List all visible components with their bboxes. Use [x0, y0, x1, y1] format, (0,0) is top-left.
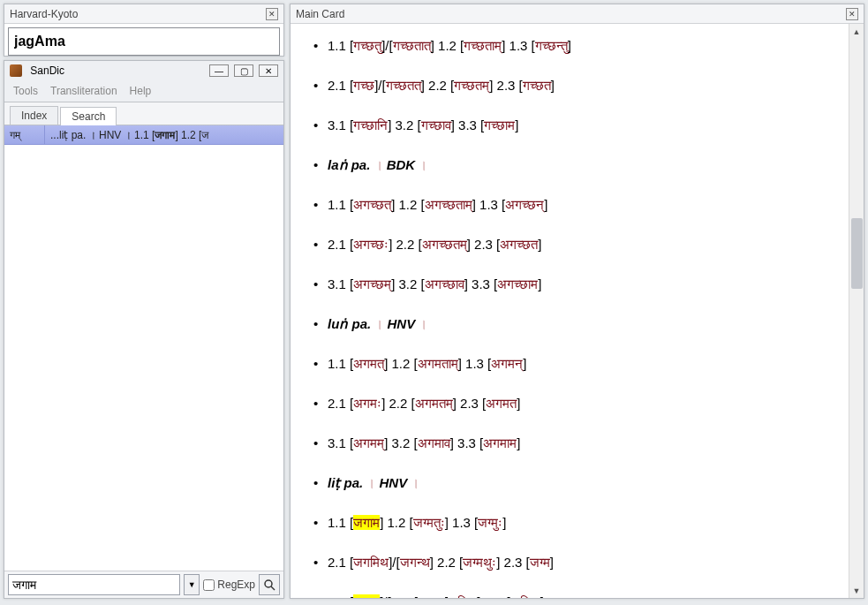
- form-index: ] 1.3 [: [472, 197, 506, 212]
- maincard-titlebar: Main Card ✕: [291, 4, 864, 24]
- dropdown-icon[interactable]: ▼: [184, 574, 200, 595]
- form-index: ]/[: [380, 594, 391, 598]
- tabs: Index Search: [4, 102, 283, 125]
- form-index: ] 3.2 [: [384, 435, 418, 450]
- sanskrit-form: अगमः: [353, 396, 381, 411]
- sanskrit-form: जग्मथुः: [463, 555, 496, 570]
- grammar-label: liṭ pa.: [328, 475, 363, 490]
- form-index: 1.1 [: [328, 356, 353, 371]
- scroll-up-icon[interactable]: ▲: [849, 24, 864, 39]
- sanskrit-form: अगच्छताम्: [425, 197, 472, 212]
- entry-content: luṅ pa. । HNV ।: [328, 314, 826, 333]
- form-index: ]: [517, 435, 520, 450]
- sanskrit-form: गच्छतात्: [393, 38, 431, 53]
- close-icon[interactable]: ✕: [846, 8, 858, 20]
- form-index: 2.1 [: [328, 78, 353, 93]
- tab-search[interactable]: Search: [60, 107, 117, 125]
- source-code: BDK: [387, 157, 416, 172]
- entry-line: •2.1 [अगच्छः] 2.2 [अगच्छतम्] 2.3 [अगच्छत…: [313, 235, 826, 253]
- entry-content: 1.1 [गच्छतु]/[गच्छतात्] 1.2 [गच्छताम्] 1…: [328, 36, 826, 55]
- sanskrit-form: गच्छताम्: [464, 38, 502, 53]
- form-index: ]: [502, 515, 506, 530]
- separator: ।: [407, 475, 419, 490]
- bullet-icon: •: [313, 314, 328, 333]
- main-card-panel: Main Card ✕ •1.1 [गच्छतु]/[गच्छतात्] 1.2…: [290, 4, 864, 599]
- bullet-icon: •: [313, 593, 328, 598]
- menu-help[interactable]: Help: [130, 85, 152, 97]
- sanskrit-form: जगाम: [353, 515, 380, 530]
- form-index: ]: [544, 197, 547, 212]
- sanskrit-form: अगमाम: [483, 435, 517, 450]
- entry-line: •laṅ pa. । BDK ।: [313, 155, 826, 174]
- entry-line: •3.1 [जगाम]/[जगम] 3.2 [जग्मिव] 3.3 [जग्म…: [313, 593, 826, 598]
- bullet-icon: •: [313, 36, 328, 55]
- form-index: ] 2.2 [: [430, 555, 464, 570]
- search-input[interactable]: [8, 574, 180, 595]
- sanskrit-form: अगमम्: [353, 435, 384, 450]
- search-button[interactable]: [259, 574, 280, 595]
- entry-content: 2.1 [जगमिथ]/[जगन्थ] 2.2 [जग्मथुः] 2.3 [ज…: [328, 553, 826, 571]
- maincard-title: Main Card: [296, 8, 344, 20]
- sanskrit-form: गच्छतत्: [386, 78, 421, 93]
- scroll-down-icon[interactable]: ▼: [849, 583, 864, 598]
- form-index: ]: [517, 396, 520, 411]
- form-index: ] 1.2 [: [391, 197, 425, 212]
- entry-content: 2.1 [अगच्छः] 2.2 [अगच्छतम्] 2.3 [अगच्छत]: [328, 235, 826, 253]
- maximize-icon[interactable]: ▢: [234, 64, 253, 77]
- minimize-icon[interactable]: —: [209, 64, 229, 77]
- form-index: ] 2.3 [: [453, 396, 487, 411]
- sanskrit-form: जग्म: [530, 555, 550, 570]
- form-index: 2.1 [: [328, 396, 353, 411]
- sanskrit-form: जग्मिम: [510, 594, 540, 598]
- bullet-icon: •: [313, 76, 328, 95]
- search-icon: [263, 579, 275, 591]
- sanskrit-form: जग्मतुः: [413, 515, 445, 530]
- sanskrit-form: जगमिथ: [353, 555, 389, 570]
- result-col2: ...liṭ pa. । HNV । 1.1 [जगाम] 1.2 [ज: [45, 129, 283, 141]
- sandic-title-text: SanDic: [30, 64, 64, 77]
- scroll-thumb[interactable]: [851, 218, 863, 289]
- sandic-title: SanDic: [10, 64, 64, 78]
- form-index: ] 2.2 [: [421, 78, 455, 93]
- menu-transliteration[interactable]: Transliteration: [50, 85, 117, 97]
- bullet-icon: •: [313, 235, 328, 253]
- maincard-body: •1.1 [गच्छतु]/[गच्छतात्] 1.2 [गच्छताम्] …: [291, 24, 849, 598]
- close-icon[interactable]: ✕: [266, 8, 278, 20]
- menu-tools[interactable]: Tools: [13, 85, 38, 97]
- separator: ।: [363, 475, 379, 490]
- close-icon[interactable]: ✕: [259, 64, 278, 77]
- form-index: ] 3.2 [: [388, 117, 421, 132]
- regexp-toggle[interactable]: RegExp: [203, 579, 255, 591]
- sanskrit-form: जग्मुः: [478, 515, 502, 530]
- form-index: 3.1 [: [328, 276, 353, 291]
- svg-point-0: [265, 580, 272, 587]
- entry-line: •2.1 [जगमिथ]/[जगन्थ] 2.2 [जग्मथुः] 2.3 […: [313, 553, 826, 571]
- entry-content: 2.1 [अगमः] 2.2 [अगमतम्] 2.3 [अगमत]: [328, 394, 826, 412]
- svg-line-1: [271, 586, 275, 590]
- tab-index[interactable]: Index: [10, 106, 58, 125]
- sanskrit-form: अगमाव: [418, 435, 450, 450]
- entry-content: 1.1 [जगाम] 1.2 [जग्मतुः] 1.3 [जग्मुः]: [328, 513, 826, 532]
- sanskrit-form: अगमताम्: [418, 356, 458, 371]
- sanskrit-form: अगच्छः: [353, 237, 389, 252]
- entry-content: 3.1 [जगाम]/[जगम] 3.2 [जग्मिव] 3.3 [जग्मि…: [328, 593, 826, 598]
- form-index: ]: [551, 78, 555, 93]
- sanskrit-form: अगमतम्: [415, 396, 453, 411]
- sanskrit-form: अगच्छत: [500, 237, 538, 252]
- hk-input[interactable]: [8, 27, 280, 56]
- form-index: ] 2.3 [: [489, 78, 523, 93]
- entry-line: •liṭ pa. । HNV ।: [313, 473, 826, 492]
- result-row[interactable]: गम् ...liṭ pa. । HNV । 1.1 [जगाम] 1.2 [ज: [4, 125, 283, 145]
- separator: ।: [415, 316, 427, 331]
- form-index: ]: [538, 276, 541, 291]
- entry-line: •1.1 [अगमत्] 1.2 [अगमताम्] 1.3 [अगमन्]: [313, 354, 826, 373]
- form-index: 1.1 [: [328, 515, 353, 530]
- form-index: ] 2.2 [: [389, 237, 422, 252]
- form-index: ]: [540, 594, 544, 598]
- scrollbar[interactable]: ▲ ▼: [849, 24, 864, 598]
- entry-content: 1.1 [अगमत्] 1.2 [अगमताम्] 1.3 [अगमन्]: [328, 354, 826, 373]
- bullet-icon: •: [313, 513, 328, 532]
- regexp-checkbox[interactable]: [203, 579, 215, 591]
- window-controls: — ▢ ✕: [209, 64, 278, 77]
- bullet-icon: •: [313, 473, 328, 492]
